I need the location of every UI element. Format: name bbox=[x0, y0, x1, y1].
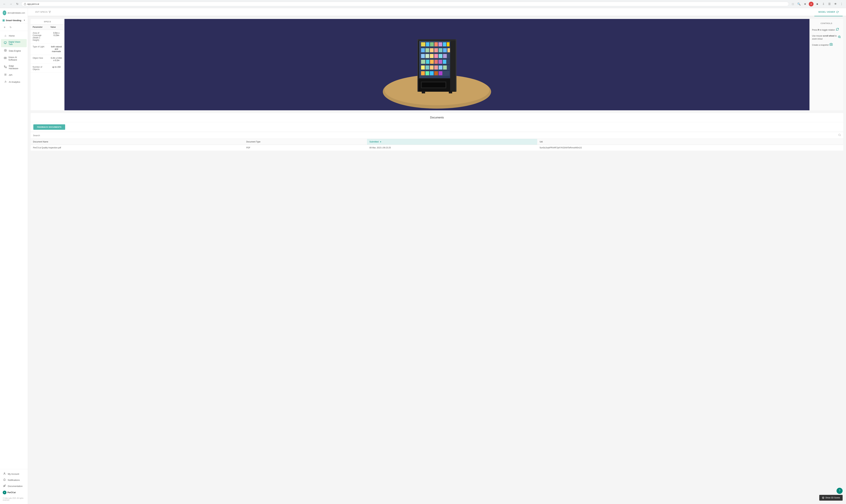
back-button[interactable]: ← bbox=[2, 2, 7, 6]
svg-rect-56 bbox=[426, 66, 429, 70]
sidebar-item-ai-analytics[interactable]: AI Analytics bbox=[1, 78, 27, 85]
model-viewer-canvas[interactable] bbox=[65, 19, 809, 110]
rotation-hint-text: Press R to toggle rotation bbox=[812, 29, 835, 32]
docs-col-name: Document Name bbox=[31, 139, 244, 145]
user-avatar: D bbox=[3, 11, 6, 15]
extensions-button[interactable]: ■ bbox=[815, 2, 820, 6]
svg-rect-44 bbox=[443, 54, 447, 58]
eye-button[interactable]: 👁 bbox=[833, 2, 838, 6]
svg-rect-27 bbox=[447, 42, 450, 46]
svg-rect-28 bbox=[420, 47, 450, 48]
copyright-text: © Irida Labs 2023. All rights reserved bbox=[0, 496, 28, 502]
menu-button[interactable]: ⋮ bbox=[839, 2, 844, 6]
svg-rect-80 bbox=[450, 41, 456, 91]
svg-rect-51 bbox=[438, 60, 442, 64]
bookmark-button[interactable]: ★ bbox=[803, 2, 807, 6]
svg-rect-79 bbox=[418, 39, 456, 41]
svg-rect-1 bbox=[4, 42, 6, 43]
zoom-button[interactable]: 🔍 bbox=[797, 2, 801, 6]
notifications-item[interactable]: Notifications bbox=[0, 477, 28, 483]
url-text: app.percv.ai bbox=[27, 3, 786, 5]
svg-rect-24 bbox=[434, 42, 438, 46]
bell-icon bbox=[3, 479, 6, 482]
specs-panel: SPECS Parameter Value Area of Coverage (… bbox=[31, 19, 65, 110]
my-account-item[interactable]: My Account bbox=[0, 471, 28, 477]
rocket-icon bbox=[3, 485, 6, 488]
sidebar-item-api[interactable]: API bbox=[1, 72, 27, 78]
tab-model-viewer[interactable]: MODEL VIEWER bbox=[814, 8, 843, 16]
show-3d-scene-button[interactable]: Show 3D Scene bbox=[819, 495, 843, 501]
refresh-button[interactable]: ↻ bbox=[15, 2, 20, 6]
vision-ai-icon bbox=[4, 57, 7, 60]
help-button[interactable]: ? bbox=[836, 488, 843, 494]
svg-rect-37 bbox=[420, 53, 450, 53]
svg-rect-45 bbox=[420, 59, 450, 59]
svg-rect-78 bbox=[422, 83, 446, 88]
docs-col-submitted[interactable]: Submitted ▼ bbox=[367, 139, 537, 145]
svg-rect-31 bbox=[426, 48, 429, 52]
refresh-viewer-icon bbox=[836, 11, 839, 13]
svg-rect-48 bbox=[426, 60, 429, 64]
svg-rect-21 bbox=[421, 42, 425, 46]
svg-rect-67 bbox=[439, 71, 443, 75]
tab-dvt-specs-label: DVT SPECS bbox=[35, 11, 48, 13]
forward-button[interactable]: → bbox=[8, 2, 13, 6]
svg-rect-61 bbox=[420, 70, 450, 71]
svg-rect-43 bbox=[439, 54, 443, 58]
specs-value-3: up to 150 bbox=[48, 64, 64, 73]
address-bar[interactable]: app.percv.ai bbox=[21, 2, 789, 6]
sidebar-item-vision-ai[interactable]: Vision AI Software bbox=[1, 54, 27, 63]
rotation-icon bbox=[836, 28, 839, 32]
specs-param-0: Area of Coverage (Width x Height) bbox=[31, 30, 48, 43]
svg-rect-40 bbox=[426, 54, 429, 58]
refresh-small-btn[interactable]: ↻ bbox=[8, 25, 13, 30]
docs-tab-bar: FEEDBACK DOCUMENTS bbox=[31, 122, 843, 132]
sort-icon: ▼ bbox=[380, 141, 381, 143]
sidebar-label-vision-ai: Vision AI Software bbox=[8, 56, 24, 61]
project-controls: ☀ ↻ bbox=[0, 24, 28, 31]
help-icon: ? bbox=[839, 489, 841, 492]
svg-rect-4 bbox=[4, 57, 6, 59]
brand-name: PerCV.ai bbox=[7, 491, 16, 494]
specs-value-0: 0.5m x 0.15m bbox=[48, 30, 64, 43]
svg-rect-83 bbox=[422, 91, 425, 93]
home-icon: ⌂ bbox=[4, 34, 7, 37]
screenshot-button[interactable]: □ bbox=[791, 2, 795, 6]
sidebar-item-home[interactable]: ⌂ Home bbox=[1, 33, 27, 39]
project-selector[interactable]: ▦ Smart-Vending ▼ bbox=[0, 17, 28, 24]
sidebar-item-digital-vision-twin[interactable]: Digital Vision Twin bbox=[1, 39, 27, 47]
doc-type: PDF bbox=[244, 145, 367, 151]
3d-icon bbox=[822, 497, 824, 499]
search-input[interactable] bbox=[33, 134, 837, 137]
chevron-down-icon: ▼ bbox=[23, 19, 25, 21]
profile-button[interactable]: 2 bbox=[809, 2, 813, 6]
sun-icon-btn[interactable]: ☀ bbox=[2, 25, 7, 30]
app-layout: D demo@iridalabs.com ▦ Smart-Vending ▼ ☀… bbox=[0, 8, 846, 504]
documentation-item[interactable]: Documentation bbox=[0, 483, 28, 489]
svg-point-5 bbox=[5, 58, 5, 58]
svg-rect-41 bbox=[430, 54, 434, 58]
sidebar-label-data-engine: Data Engine bbox=[9, 50, 21, 52]
doc-uid: 5un0ziJoykPRvf4F2yKYKG04ATeRmvd4I0n1G bbox=[537, 145, 843, 151]
zoom-hint-text: Use mouse scroll wheel to zoom in/out bbox=[812, 34, 837, 40]
svg-rect-84 bbox=[449, 91, 452, 93]
download-button[interactable]: ⇩ bbox=[821, 2, 826, 6]
specs-col-value: Value bbox=[48, 24, 64, 30]
svg-rect-39 bbox=[421, 54, 425, 58]
brand-item: P PerCV.ai bbox=[0, 489, 28, 496]
sidebar-toggle[interactable]: ☰ bbox=[827, 2, 832, 6]
documentation-label: Documentation bbox=[8, 485, 22, 487]
camera-icon bbox=[830, 43, 833, 47]
svg-rect-25 bbox=[438, 42, 442, 46]
sidebar-label-api: API bbox=[9, 74, 12, 76]
sidebar-item-edge-hardware[interactable]: Edge Hardware bbox=[1, 63, 27, 71]
my-account-label: My Account bbox=[8, 473, 19, 475]
filter-icon bbox=[49, 11, 51, 13]
scene-svg bbox=[65, 19, 809, 110]
tab-dvt-specs[interactable]: DVT SPECS bbox=[31, 8, 55, 16]
brand-logo: P bbox=[3, 491, 6, 494]
doc-name: PerCV.ai Quality Inspection.pdf bbox=[31, 145, 244, 151]
sidebar-item-data-engine[interactable]: Data Engine bbox=[1, 47, 27, 54]
browser-actions: □ 🔍 ★ 2 ■ ⇩ ☰ 👁 ⋮ bbox=[791, 2, 844, 6]
feedback-docs-tab[interactable]: FEEDBACK DOCUMENTS bbox=[33, 124, 65, 130]
